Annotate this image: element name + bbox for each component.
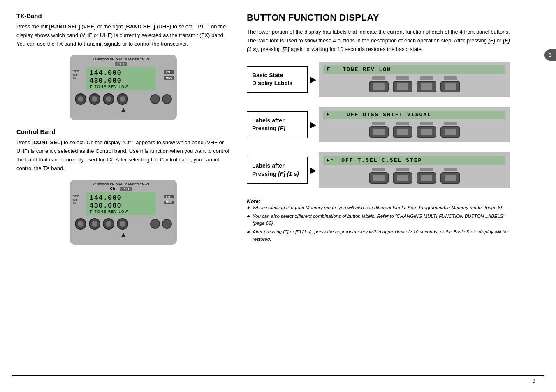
btn-display-top-f: F OFF DTSS SHIFT VISUAL xyxy=(323,111,505,119)
radio-controls-1 xyxy=(73,93,174,105)
mnu-btn-2: MNU xyxy=(164,201,174,204)
radio-freq-2: 144.000 430.000 xyxy=(89,194,153,210)
knob-1a xyxy=(150,94,160,104)
btn-row-f xyxy=(323,122,505,138)
btn-body-f1s-1 xyxy=(369,172,389,184)
vfo-labels-2: VFO MRM xyxy=(73,195,79,205)
btn-body-basic-3 xyxy=(417,81,436,92)
round-btn-2c xyxy=(103,218,114,230)
radio-controls-2 xyxy=(73,218,174,230)
btn-body-f1s-2 xyxy=(393,172,412,184)
tx-band-section: TX-Band Press the left [BAND SEL] (VHF) … xyxy=(16,12,230,120)
note-item-1: When selecting Program Memory mode, you … xyxy=(253,204,510,211)
arrow-f1s: ▶ xyxy=(310,165,316,175)
btn-body-f-2 xyxy=(393,126,412,138)
band-sel-left: [BAND SEL] xyxy=(49,23,80,30)
tx-band-title: TX-Band xyxy=(16,12,230,19)
ctrl-label: Ctrl xyxy=(110,187,116,191)
btn-body-f1s-4 xyxy=(440,172,460,184)
vfo-labels-1: VFO MRM xyxy=(73,70,79,80)
label-box-f: Labels after Pressing [F] xyxy=(247,111,308,138)
f-letter-f: F xyxy=(327,112,331,118)
btn-body-basic-4 xyxy=(440,81,460,92)
right-body: The lower portion of the display has lab… xyxy=(247,28,510,53)
radio-freq-1: 144.000 430.000 xyxy=(89,69,153,85)
btn-tab-basic-1 xyxy=(372,76,385,80)
btn-body-basic-1 xyxy=(369,81,389,92)
page-badge: 3 xyxy=(544,49,556,61)
knob-2b xyxy=(162,219,172,229)
btn-unit-f-1 xyxy=(369,122,389,138)
radio-display-1-wrapper: VFO MRM KENWOOD FM DUAL BANDER TM-V7 PTT… xyxy=(16,55,230,120)
arrow-pointer-1: ▲ xyxy=(73,106,174,114)
mnu-btn-1: MNU xyxy=(164,76,174,80)
btn-body-f-4 xyxy=(440,126,460,138)
round-btns-1 xyxy=(75,93,128,105)
label-f1s-line1: Labels after xyxy=(252,162,285,169)
label-f-line1: Labels after xyxy=(252,117,285,124)
btn-unit-basic-2 xyxy=(393,76,412,92)
tx-band-body: Press the left [BAND SEL] (VHF) or the r… xyxy=(16,23,230,48)
display-block-f: Labels after Pressing [F] ▶ F OFF DTSS S… xyxy=(247,107,510,142)
btn-tab-basic-2 xyxy=(396,76,409,80)
radio-display-1: VFO MRM KENWOOD FM DUAL BANDER TM-V7 PTT… xyxy=(70,55,177,120)
btn-tab-f-4 xyxy=(444,122,457,125)
arrow-f: ▶ xyxy=(310,120,316,129)
label-f-line2: Pressing [F] xyxy=(252,125,285,131)
control-band-body: Press [CONT SEL] to select. On the displ… xyxy=(16,138,230,173)
band-sel-right: [BAND SEL] xyxy=(124,23,155,30)
btn-unit-basic-3 xyxy=(417,76,436,92)
btn-tab-f-3 xyxy=(420,122,433,125)
f-letter-f1s: F✱ xyxy=(327,158,334,164)
knob-group-1 xyxy=(150,94,172,104)
btn-row-f1s xyxy=(323,168,505,184)
page-number: 9 xyxy=(533,378,535,384)
round-btn-1a xyxy=(75,93,86,105)
right-column: BUTTON FUNCTION DISPLAY The lower portio… xyxy=(247,12,510,357)
radio-screen-labels-2: F TONE REV LOW xyxy=(89,210,153,214)
btn-unit-f-4 xyxy=(440,122,460,138)
pm-btn-1: PM xyxy=(164,70,174,74)
round-btn-2d xyxy=(117,218,128,230)
round-btn-1b xyxy=(89,93,100,105)
btn-body-f-1 xyxy=(369,126,389,138)
label-box-f1s: Labels after Pressing [F] (1 s) xyxy=(247,157,308,183)
btn-tab-f1s-1 xyxy=(372,168,385,171)
btn-display-top-basic: F TONE REV LOW xyxy=(323,65,505,74)
radio-brand-1: KENWOOD FM DUAL BANDER TM-V7 xyxy=(92,58,149,61)
f-letter-basic: F xyxy=(327,67,331,73)
radio-display-2-wrapper: VFO MRM KENWOOD FM DUAL BANDER TM-V7 Ctr… xyxy=(16,180,230,245)
page: TX-Band Press the left [BAND SEL] (VHF) … xyxy=(0,0,556,370)
btn-row-basic xyxy=(323,76,505,92)
btn-tab-basic-3 xyxy=(420,76,433,80)
knob-group-2 xyxy=(150,219,172,229)
button-display-f: F OFF DTSS SHIFT VISUAL xyxy=(319,107,510,142)
btn-body-f-3 xyxy=(417,126,436,138)
btn-tab-f1s-3 xyxy=(420,168,433,171)
control-band-section: Control Band Press [CONT SEL] to select.… xyxy=(16,128,230,244)
button-display-basic: F TONE REV LOW xyxy=(319,62,510,97)
btn-unit-f1s-2 xyxy=(393,168,412,184)
display-block-f1s: Labels after Pressing [F] (1 s) ▶ F✱ OFF… xyxy=(247,152,510,188)
note-section: Note: When selecting Program Memory mode… xyxy=(247,198,510,243)
radio-top-bar-2: VFO MRM KENWOOD FM DUAL BANDER TM-V7 Ctr… xyxy=(73,183,174,217)
cont-sel: [CONT SEL] xyxy=(32,139,62,145)
control-band-title: Control Band xyxy=(16,128,230,135)
btn-unit-f-2 xyxy=(393,122,412,138)
note-item-3: After pressing [F] or [F] (1 s), press t… xyxy=(253,228,510,243)
round-btns-2 xyxy=(75,218,128,230)
label-box-basic: Basic State Display Labels xyxy=(247,66,308,93)
right-title: BUTTON FUNCTION DISPLAY xyxy=(247,12,510,23)
btn-display-top-f1s: F✱ OFF T.SEL C.SEL STEP xyxy=(323,156,505,165)
radio-screen-labels-1: F TONE REV LOW xyxy=(89,85,153,89)
round-btn-2a xyxy=(75,218,86,230)
btn-tab-f-2 xyxy=(396,122,409,125)
btn-unit-basic-1 xyxy=(369,76,389,92)
btn-tab-f1s-2 xyxy=(396,168,409,171)
round-btn-1d xyxy=(117,93,128,105)
btn-unit-f-3 xyxy=(417,122,436,138)
left-column: TX-Band Press the left [BAND SEL] (VHF) … xyxy=(16,12,230,357)
note-item-2: You can also select different combinatio… xyxy=(253,213,510,227)
btn-tab-basic-4 xyxy=(444,76,457,80)
arrow-pointer-2: ▲ xyxy=(73,231,174,239)
